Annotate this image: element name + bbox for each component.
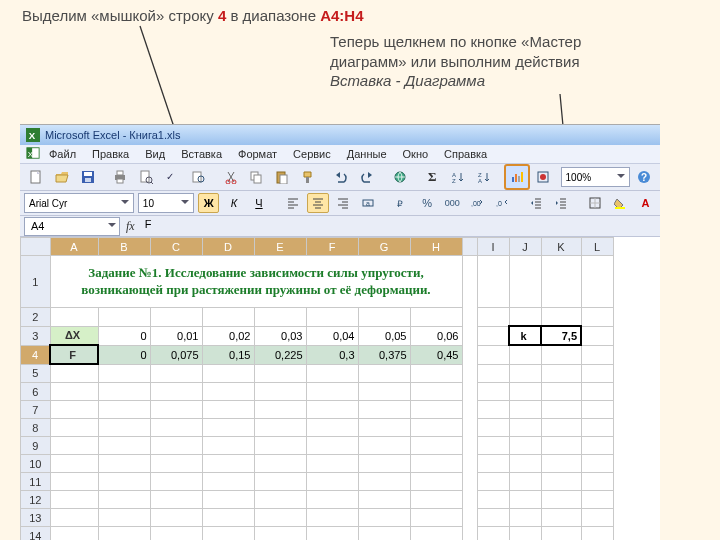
col-header-f[interactable]: F xyxy=(306,238,358,256)
menu-tools[interactable]: Сервис xyxy=(286,148,338,160)
redo-button[interactable] xyxy=(355,165,379,189)
row-header-5[interactable]: 5 xyxy=(21,364,51,383)
font-color-button[interactable]: A xyxy=(635,193,656,213)
svg-text:X: X xyxy=(28,150,34,159)
sort-desc-button[interactable]: ZA xyxy=(472,165,496,189)
cell-g4[interactable]: 0,375 xyxy=(358,345,410,364)
cell-f4[interactable]: 0,3 xyxy=(306,345,358,364)
row-header-4[interactable]: 4 xyxy=(21,345,51,364)
autosum-button[interactable]: Σ xyxy=(420,165,444,189)
cell-e4[interactable]: 0,225 xyxy=(254,345,306,364)
cut-button[interactable] xyxy=(219,165,243,189)
cell-c3[interactable]: 0,01 xyxy=(150,326,202,345)
name-box[interactable]: A4 xyxy=(24,217,120,236)
chart-wizard-button[interactable] xyxy=(505,165,529,189)
cell-a4[interactable]: F xyxy=(50,345,98,364)
col-header-i[interactable]: I xyxy=(477,238,509,256)
row-header-8[interactable]: 8 xyxy=(21,419,51,437)
research-button[interactable] xyxy=(186,165,210,189)
italic-button[interactable]: К xyxy=(223,193,244,213)
col-header-b[interactable]: B xyxy=(98,238,150,256)
cell-b3[interactable]: 0 xyxy=(98,326,150,345)
print-button[interactable] xyxy=(108,165,132,189)
font-size-combo[interactable]: 10 xyxy=(138,193,194,213)
row-header-10[interactable]: 10 xyxy=(21,455,51,473)
row-header-6[interactable]: 6 xyxy=(21,383,51,401)
select-all-button[interactable] xyxy=(21,238,51,256)
menu-format[interactable]: Формат xyxy=(231,148,284,160)
col-header-l[interactable]: L xyxy=(581,238,613,256)
percent-button[interactable]: % xyxy=(417,193,438,213)
font-combo[interactable]: Arial Cyr xyxy=(24,193,134,213)
row-header-1[interactable]: 1 xyxy=(21,256,51,308)
hyperlink-button[interactable] xyxy=(388,165,412,189)
format-painter-button[interactable] xyxy=(296,165,320,189)
menu-edit[interactable]: Правка xyxy=(85,148,136,160)
currency-button[interactable]: ₽ xyxy=(392,193,413,213)
col-header-g[interactable]: G xyxy=(358,238,410,256)
row-header-3[interactable]: 3 xyxy=(21,326,51,345)
undo-button[interactable] xyxy=(329,165,353,189)
cell-e3[interactable]: 0,03 xyxy=(254,326,306,345)
open-button[interactable] xyxy=(50,165,74,189)
col-header-k[interactable]: K xyxy=(541,238,581,256)
underline-button[interactable]: Ч xyxy=(248,193,269,213)
spellcheck-button[interactable]: ✓ xyxy=(160,165,184,189)
col-header-j[interactable]: J xyxy=(509,238,541,256)
cell-d3[interactable]: 0,02 xyxy=(202,326,254,345)
increase-decimal-button[interactable]: ,00 xyxy=(467,193,488,213)
cell-j3[interactable]: k xyxy=(509,326,541,345)
cell-c4[interactable]: 0,075 xyxy=(150,345,202,364)
col-header-c[interactable]: C xyxy=(150,238,202,256)
help-button[interactable]: ? xyxy=(632,165,656,189)
menu-file[interactable]: Файл xyxy=(42,148,83,160)
borders-button[interactable] xyxy=(585,193,606,213)
row-header-12[interactable]: 12 xyxy=(21,491,51,509)
print-preview-button[interactable] xyxy=(134,165,158,189)
col-header-a[interactable]: A xyxy=(50,238,98,256)
menu-view[interactable]: Вид xyxy=(138,148,172,160)
col-header-d[interactable]: D xyxy=(202,238,254,256)
menu-insert[interactable]: Вставка xyxy=(174,148,229,160)
row-header-2[interactable]: 2 xyxy=(21,308,51,327)
increase-indent-button[interactable] xyxy=(551,193,572,213)
cell-h4[interactable]: 0,45 xyxy=(410,345,462,364)
bold-button[interactable]: Ж xyxy=(198,193,219,213)
fx-icon[interactable]: fx xyxy=(126,219,135,234)
zoom-combo[interactable]: 100% xyxy=(561,167,631,187)
spreadsheet-grid[interactable]: A B C D E F G H I J K L 1 Задание №1. Ис… xyxy=(20,237,660,540)
cell-b4[interactable]: 0 xyxy=(98,345,150,364)
row-header-14[interactable]: 14 xyxy=(21,527,51,541)
save-button[interactable] xyxy=(76,165,100,189)
col-header-h[interactable]: H xyxy=(410,238,462,256)
menu-window[interactable]: Окно xyxy=(396,148,436,160)
align-left-button[interactable] xyxy=(282,193,303,213)
row-header-7[interactable]: 7 xyxy=(21,401,51,419)
cell-a3[interactable]: ΔX xyxy=(50,326,98,345)
align-right-button[interactable] xyxy=(333,193,354,213)
fill-color-button[interactable] xyxy=(610,193,631,213)
align-center-button[interactable] xyxy=(307,193,328,213)
merge-center-button[interactable]: a xyxy=(358,193,379,213)
decrease-decimal-button[interactable]: ,0 xyxy=(492,193,513,213)
cell-h3[interactable]: 0,06 xyxy=(410,326,462,345)
cell-f3[interactable]: 0,04 xyxy=(306,326,358,345)
comma-button[interactable]: 000 xyxy=(442,193,463,213)
task-title-cell[interactable]: Задание №1. Исследование зависимости сил… xyxy=(50,256,462,308)
paste-button[interactable] xyxy=(270,165,294,189)
row-header-13[interactable]: 13 xyxy=(21,509,51,527)
menu-data[interactable]: Данные xyxy=(340,148,394,160)
new-button[interactable] xyxy=(24,165,48,189)
formula-value[interactable]: F xyxy=(141,218,660,235)
sort-asc-button[interactable]: AZ xyxy=(446,165,470,189)
decrease-indent-button[interactable] xyxy=(526,193,547,213)
cell-d4[interactable]: 0,15 xyxy=(202,345,254,364)
row-header-9[interactable]: 9 xyxy=(21,437,51,455)
cell-k3[interactable]: 7,5 xyxy=(541,326,581,345)
row-header-11[interactable]: 11 xyxy=(21,473,51,491)
menu-help[interactable]: Справка xyxy=(437,148,494,160)
col-header-e[interactable]: E xyxy=(254,238,306,256)
cell-g3[interactable]: 0,05 xyxy=(358,326,410,345)
copy-button[interactable] xyxy=(245,165,269,189)
drawing-toolbar-button[interactable] xyxy=(531,165,555,189)
